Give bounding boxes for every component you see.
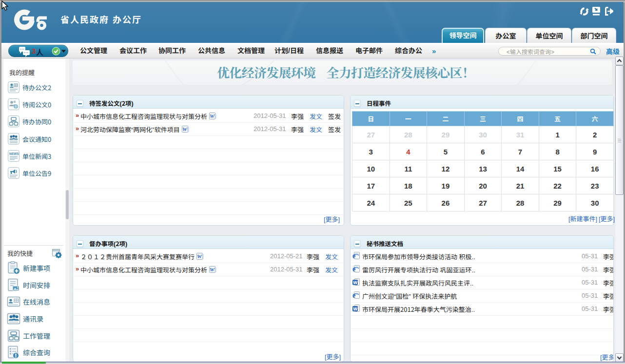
svg-text:W: W: [182, 126, 188, 132]
svg-text:W: W: [353, 280, 358, 285]
svg-text:e: e: [352, 266, 355, 273]
svg-text:W: W: [210, 113, 215, 119]
svg-text:W: W: [197, 253, 202, 259]
svg-text:W: W: [353, 307, 358, 311]
svg-text:e: e: [352, 252, 355, 260]
svg-text:e: e: [352, 292, 355, 299]
svg-text:W: W: [210, 267, 215, 272]
svg-text:NEWS: NEWS: [9, 152, 19, 155]
